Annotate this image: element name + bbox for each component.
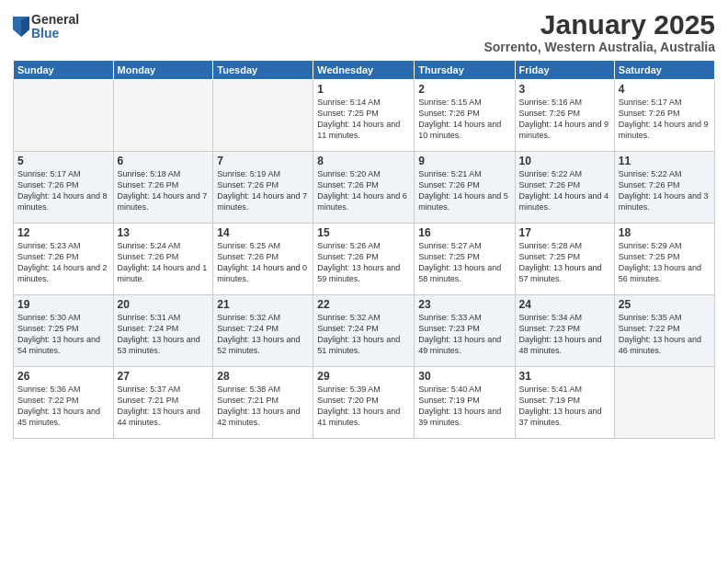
day-cell: 26Sunrise: 5:36 AM Sunset: 7:22 PM Dayli…	[14, 367, 114, 439]
weekday-header-row: SundayMondayTuesdayWednesdayThursdayFrid…	[14, 61, 715, 80]
day-cell: 11Sunrise: 5:22 AM Sunset: 7:26 PM Dayli…	[614, 152, 714, 224]
day-info: Sunrise: 5:27 AM Sunset: 7:25 PM Dayligh…	[418, 240, 510, 285]
day-number: 24	[519, 298, 610, 311]
day-info: Sunrise: 5:24 AM Sunset: 7:26 PM Dayligh…	[118, 240, 210, 285]
day-cell: 2Sunrise: 5:15 AM Sunset: 7:26 PM Daylig…	[415, 80, 515, 152]
day-number: 1	[317, 83, 410, 96]
day-number: 22	[317, 298, 410, 311]
day-cell: 24Sunrise: 5:34 AM Sunset: 7:23 PM Dayli…	[515, 295, 614, 367]
day-number: 21	[217, 298, 309, 311]
day-cell: 15Sunrise: 5:26 AM Sunset: 7:26 PM Dayli…	[313, 224, 415, 295]
day-number: 26	[17, 370, 109, 383]
day-number: 29	[317, 370, 410, 383]
day-number: 17	[519, 226, 610, 239]
day-cell: 12Sunrise: 5:23 AM Sunset: 7:26 PM Dayli…	[14, 224, 114, 295]
day-info: Sunrise: 5:41 AM Sunset: 7:19 PM Dayligh…	[519, 384, 610, 429]
day-cell: 10Sunrise: 5:22 AM Sunset: 7:26 PM Dayli…	[515, 152, 614, 224]
day-number: 19	[17, 298, 109, 311]
day-number: 9	[418, 155, 510, 167]
day-cell: 31Sunrise: 5:41 AM Sunset: 7:19 PM Dayli…	[515, 367, 614, 439]
day-info: Sunrise: 5:33 AM Sunset: 7:23 PM Dayligh…	[418, 312, 510, 357]
day-number: 10	[519, 155, 610, 167]
day-number: 11	[619, 155, 711, 167]
day-cell: 14Sunrise: 5:25 AM Sunset: 7:26 PM Dayli…	[213, 224, 313, 295]
day-number: 18	[619, 226, 711, 239]
day-info: Sunrise: 5:17 AM Sunset: 7:26 PM Dayligh…	[619, 97, 711, 142]
month-title: January 2025	[483, 9, 715, 40]
day-number: 3	[519, 83, 610, 96]
day-info: Sunrise: 5:39 AM Sunset: 7:20 PM Dayligh…	[317, 384, 410, 429]
weekday-header-thursday: Thursday	[415, 61, 515, 80]
day-cell: 8Sunrise: 5:20 AM Sunset: 7:26 PM Daylig…	[313, 152, 415, 224]
day-number: 16	[418, 226, 510, 239]
day-info: Sunrise: 5:32 AM Sunset: 7:24 PM Dayligh…	[217, 312, 309, 357]
weekday-header-friday: Friday	[515, 61, 614, 80]
day-cell: 23Sunrise: 5:33 AM Sunset: 7:23 PM Dayli…	[415, 295, 515, 367]
day-cell: 13Sunrise: 5:24 AM Sunset: 7:26 PM Dayli…	[113, 224, 213, 295]
day-info: Sunrise: 5:35 AM Sunset: 7:22 PM Dayligh…	[619, 312, 711, 357]
day-cell: 16Sunrise: 5:27 AM Sunset: 7:25 PM Dayli…	[415, 224, 515, 295]
day-info: Sunrise: 5:36 AM Sunset: 7:22 PM Dayligh…	[17, 384, 109, 429]
day-info: Sunrise: 5:29 AM Sunset: 7:25 PM Dayligh…	[619, 240, 711, 285]
day-number: 30	[418, 370, 510, 383]
day-number: 20	[118, 298, 210, 311]
day-cell: 9Sunrise: 5:21 AM Sunset: 7:26 PM Daylig…	[415, 152, 515, 224]
day-cell: 4Sunrise: 5:17 AM Sunset: 7:26 PM Daylig…	[614, 80, 714, 152]
day-info: Sunrise: 5:15 AM Sunset: 7:26 PM Dayligh…	[418, 97, 510, 142]
logo-blue: Blue	[31, 27, 79, 40]
weekday-header-monday: Monday	[113, 61, 213, 80]
day-info: Sunrise: 5:40 AM Sunset: 7:19 PM Dayligh…	[418, 384, 510, 429]
location-subtitle: Sorrento, Western Australia, Australia	[483, 40, 715, 54]
day-cell: 20Sunrise: 5:31 AM Sunset: 7:24 PM Dayli…	[113, 295, 213, 367]
weekday-header-wednesday: Wednesday	[313, 61, 415, 80]
logo-icon	[13, 17, 29, 37]
day-number: 27	[118, 370, 210, 383]
day-info: Sunrise: 5:18 AM Sunset: 7:26 PM Dayligh…	[118, 168, 210, 213]
day-info: Sunrise: 5:22 AM Sunset: 7:26 PM Dayligh…	[519, 168, 610, 213]
day-number: 7	[217, 155, 309, 167]
day-cell: 29Sunrise: 5:39 AM Sunset: 7:20 PM Dayli…	[313, 367, 415, 439]
day-cell: 25Sunrise: 5:35 AM Sunset: 7:22 PM Dayli…	[614, 295, 714, 367]
day-info: Sunrise: 5:31 AM Sunset: 7:24 PM Dayligh…	[118, 312, 210, 357]
day-info: Sunrise: 5:30 AM Sunset: 7:25 PM Dayligh…	[17, 312, 109, 357]
day-cell: 17Sunrise: 5:28 AM Sunset: 7:25 PM Dayli…	[515, 224, 614, 295]
logo: General Blue	[13, 13, 79, 41]
day-number: 6	[118, 155, 210, 167]
day-cell: 19Sunrise: 5:30 AM Sunset: 7:25 PM Dayli…	[14, 295, 114, 367]
day-info: Sunrise: 5:26 AM Sunset: 7:26 PM Dayligh…	[317, 240, 410, 285]
day-cell: 30Sunrise: 5:40 AM Sunset: 7:19 PM Dayli…	[415, 367, 515, 439]
day-info: Sunrise: 5:23 AM Sunset: 7:26 PM Dayligh…	[17, 240, 109, 285]
week-row-2: 5Sunrise: 5:17 AM Sunset: 7:26 PM Daylig…	[14, 152, 715, 224]
day-cell: 21Sunrise: 5:32 AM Sunset: 7:24 PM Dayli…	[213, 295, 313, 367]
day-info: Sunrise: 5:22 AM Sunset: 7:26 PM Dayligh…	[619, 168, 711, 213]
weekday-header-tuesday: Tuesday	[213, 61, 313, 80]
day-cell: 7Sunrise: 5:19 AM Sunset: 7:26 PM Daylig…	[213, 152, 313, 224]
page: General Blue January 2025 Sorrento, West…	[0, 0, 728, 563]
day-info: Sunrise: 5:21 AM Sunset: 7:26 PM Dayligh…	[418, 168, 510, 213]
calendar-body: 1Sunrise: 5:14 AM Sunset: 7:25 PM Daylig…	[14, 80, 715, 439]
day-info: Sunrise: 5:32 AM Sunset: 7:24 PM Dayligh…	[317, 312, 410, 357]
day-cell: 3Sunrise: 5:16 AM Sunset: 7:26 PM Daylig…	[515, 80, 614, 152]
header: General Blue January 2025 Sorrento, West…	[13, 9, 715, 54]
day-cell: 27Sunrise: 5:37 AM Sunset: 7:21 PM Dayli…	[113, 367, 213, 439]
day-number: 2	[418, 83, 510, 96]
day-info: Sunrise: 5:38 AM Sunset: 7:21 PM Dayligh…	[217, 384, 309, 429]
day-number: 25	[619, 298, 711, 311]
day-number: 13	[118, 226, 210, 239]
day-info: Sunrise: 5:19 AM Sunset: 7:26 PM Dayligh…	[217, 168, 309, 213]
calendar-header: SundayMondayTuesdayWednesdayThursdayFrid…	[14, 61, 715, 80]
day-info: Sunrise: 5:28 AM Sunset: 7:25 PM Dayligh…	[519, 240, 610, 285]
day-info: Sunrise: 5:25 AM Sunset: 7:26 PM Dayligh…	[217, 240, 309, 285]
day-info: Sunrise: 5:20 AM Sunset: 7:26 PM Dayligh…	[317, 168, 410, 213]
day-number: 8	[317, 155, 410, 167]
week-row-5: 26Sunrise: 5:36 AM Sunset: 7:22 PM Dayli…	[14, 367, 715, 439]
title-area: January 2025 Sorrento, Western Australia…	[483, 9, 715, 54]
day-cell: 22Sunrise: 5:32 AM Sunset: 7:24 PM Dayli…	[313, 295, 415, 367]
day-cell: 5Sunrise: 5:17 AM Sunset: 7:26 PM Daylig…	[14, 152, 114, 224]
day-number: 4	[619, 83, 711, 96]
day-number: 12	[17, 226, 109, 239]
week-row-4: 19Sunrise: 5:30 AM Sunset: 7:25 PM Dayli…	[14, 295, 715, 367]
day-number: 31	[519, 370, 610, 383]
day-number: 23	[418, 298, 510, 311]
day-cell	[14, 80, 114, 152]
